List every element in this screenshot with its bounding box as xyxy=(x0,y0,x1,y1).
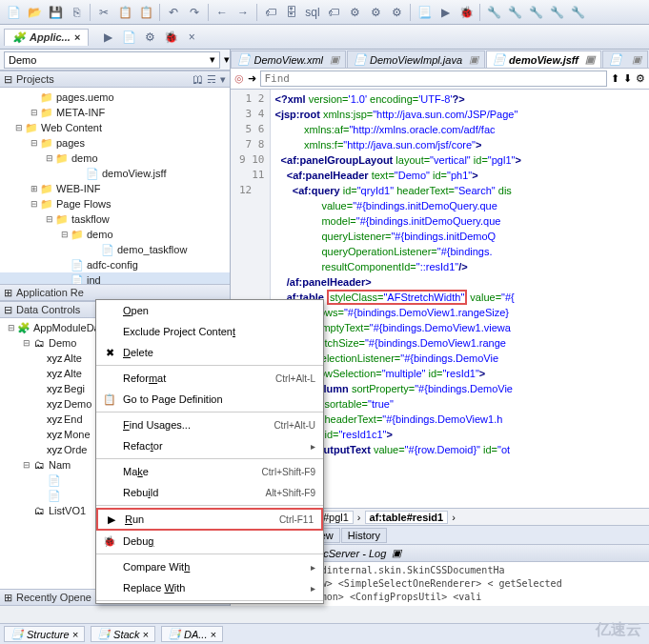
tree-item[interactable]: ⊟📁META-INF xyxy=(0,105,230,120)
find-input[interactable] xyxy=(260,70,607,87)
close-icon[interactable]: ▣ xyxy=(585,53,595,66)
recently-opened-title: Recently Opene xyxy=(16,592,91,603)
toolbar-button[interactable]: ✂ xyxy=(94,3,113,22)
collapse-icon: ⊟ xyxy=(4,73,12,86)
menu-item[interactable]: Compare With▸ xyxy=(96,556,323,577)
tree-item[interactable]: ⊟📁demo xyxy=(0,151,230,166)
tree-item[interactable]: 📄ind xyxy=(0,272,230,284)
tree-item[interactable]: 📄adfc-config xyxy=(0,257,230,272)
find-next-icon[interactable]: ⬇ xyxy=(623,72,632,85)
menu-item[interactable]: MakeCtrl+Shift-F9 xyxy=(96,461,323,482)
close-icon[interactable]: ▣ xyxy=(469,53,478,66)
editor-tab[interactable]: 📄DemoViewImpl.java▣ xyxy=(347,50,485,68)
close-icon[interactable]: ▣ xyxy=(392,547,401,559)
toolbar-button[interactable]: ⚙ xyxy=(366,3,385,22)
toolbar-button[interactable]: ↶ xyxy=(164,3,183,22)
toolbar-button[interactable]: 🔧 xyxy=(568,3,587,22)
toolbar-button[interactable]: 📋 xyxy=(136,3,155,22)
toolbar-button[interactable]: 💾 xyxy=(46,3,65,22)
tree-item[interactable]: ⊞📁WEB-INF xyxy=(0,181,230,196)
toolbar-button[interactable]: ⚙ xyxy=(140,28,159,47)
combo-options-icon[interactable]: ▾ xyxy=(224,53,230,66)
toolbar-button[interactable]: 🗄 xyxy=(282,3,301,22)
filter-icon[interactable]: ☴ xyxy=(207,73,216,86)
toolbar-button[interactable]: 🐞 xyxy=(456,3,476,22)
menu-item[interactable]: RebuildAlt+Shift-F9 xyxy=(96,482,323,503)
toolbar-button[interactable]: ← xyxy=(213,3,232,22)
toolbar-button[interactable]: ↷ xyxy=(185,3,204,22)
app-tab[interactable]: 🧩 Applic... × xyxy=(4,29,89,46)
menu-item[interactable]: Refactor▸ xyxy=(96,435,323,456)
close-icon[interactable]: ▣ xyxy=(632,53,641,66)
menu-item[interactable]: Find Usages...Ctrl+Alt-U xyxy=(96,414,323,435)
toolbar-button[interactable]: 📄 xyxy=(119,28,138,47)
find-next-icon[interactable]: ➜ xyxy=(248,72,256,85)
toolbar-button[interactable]: 📃 xyxy=(415,3,434,22)
tree-item[interactable]: ⊟📁Page Flows xyxy=(0,196,230,211)
refresh-icon[interactable]: 🕮 xyxy=(193,73,203,86)
breadcrumb-item[interactable]: › xyxy=(452,512,456,523)
view-tab[interactable]: History xyxy=(341,528,387,543)
toolbar-button[interactable]: 📄 xyxy=(4,3,23,22)
toolbar-button[interactable]: 🔧 xyxy=(547,3,566,22)
tree-item[interactable]: 📄demoView.jsff xyxy=(0,166,230,181)
tree-item[interactable]: ⊟📁demo xyxy=(0,227,230,242)
projects-header[interactable]: ⊟ Projects 🕮☴▾ xyxy=(0,70,230,88)
menu-item[interactable]: Open xyxy=(96,300,323,321)
find-prev-icon[interactable]: ⬆ xyxy=(611,72,619,85)
toolbar-button[interactable]: × xyxy=(182,28,201,47)
editor-tabs: 📄DemoView.xml▣📄DemoViewImpl.java▣📄demoVi… xyxy=(231,50,649,69)
close-icon[interactable]: × xyxy=(210,629,215,640)
target-icon[interactable]: ◎ xyxy=(234,72,244,85)
toolbar-button[interactable]: 🏷 xyxy=(261,3,280,22)
menu-item[interactable]: Exclude Project Content xyxy=(96,321,323,342)
close-icon[interactable]: × xyxy=(143,629,149,640)
menu-item[interactable]: 📋Go to Page Definition xyxy=(96,389,323,410)
tree-item[interactable]: ⊟📁pages xyxy=(0,135,230,151)
toolbar-button[interactable]: 🐞 xyxy=(161,28,180,47)
toolbar-button[interactable]: 🔧 xyxy=(526,3,545,22)
close-icon[interactable]: × xyxy=(72,629,78,640)
options-icon[interactable]: ▾ xyxy=(220,73,226,86)
close-icon[interactable]: ▣ xyxy=(330,53,339,66)
tree-item[interactable]: ⊟📁Web Content xyxy=(0,120,230,135)
toolbar-button[interactable]: ▶ xyxy=(436,3,455,22)
tree-item[interactable]: 📄demo_taskflow xyxy=(0,242,230,257)
tree-item[interactable]: 📁pages.uemo xyxy=(0,90,230,105)
menu-item[interactable]: 🐞Debug xyxy=(96,531,323,552)
find-options-icon[interactable]: ⚙ xyxy=(636,72,645,85)
toolbar-button[interactable]: sql xyxy=(303,3,322,22)
find-bar: ◎ ➜ ⬆ ⬇ ⚙ xyxy=(231,69,649,90)
editor-tab[interactable]: 📄▣ xyxy=(602,50,648,68)
bottom-tab[interactable]: 📑Stack× xyxy=(91,626,155,642)
close-icon[interactable]: × xyxy=(74,31,80,43)
toolbar-button[interactable]: 🏷 xyxy=(324,3,343,22)
toolbar-button[interactable]: 📋 xyxy=(115,3,134,22)
toolbar-button[interactable]: ⚙ xyxy=(345,3,364,22)
project-tree[interactable]: 📁pages.uemo⊟📁META-INF⊟📁Web Content⊟📁page… xyxy=(0,88,230,284)
bottom-tab[interactable]: 📑DA...× xyxy=(161,626,223,642)
toolbar-button[interactable]: 📂 xyxy=(25,3,44,22)
toolbar-button[interactable]: ▶ xyxy=(98,28,117,47)
toolbar-button[interactable]: ⎘ xyxy=(67,3,86,22)
breadcrumb-item[interactable]: af:table#resid1 xyxy=(365,511,449,524)
project-combo[interactable]: Demo ▾ xyxy=(4,51,220,69)
menu-item[interactable]: ✖Delete xyxy=(96,342,323,363)
toolbar-button[interactable]: 🔧 xyxy=(505,3,524,22)
menu-item[interactable]: ▶RunCtrl-F11 xyxy=(96,508,323,531)
menu-item[interactable]: ReformatCtrl+Alt-L xyxy=(96,368,323,389)
context-menu[interactable]: OpenExclude Project Content✖DeleteReform… xyxy=(95,299,324,604)
data-controls-title: Data Controls xyxy=(16,304,80,315)
toolbar-button[interactable]: → xyxy=(233,3,253,22)
toolbar-button[interactable]: 🔧 xyxy=(484,3,503,22)
editor-tab[interactable]: 📄demoView.jsff▣ xyxy=(486,50,601,68)
menu-icon: 🐞 xyxy=(102,535,117,548)
app-tab-icon: 🧩 xyxy=(12,31,26,44)
toolbar-button[interactable]: ⚙ xyxy=(387,3,406,22)
breadcrumb-item[interactable]: › xyxy=(357,512,361,523)
bottom-tab[interactable]: 📑Structure× xyxy=(4,626,85,642)
code-body[interactable]: <?xml version='1.0' encoding='UTF-8'?><j… xyxy=(271,90,649,508)
menu-item[interactable]: Replace With▸ xyxy=(96,577,323,598)
tree-item[interactable]: ⊟📁taskflow xyxy=(0,211,230,227)
editor-tab[interactable]: 📄DemoView.xml▣ xyxy=(231,50,346,68)
